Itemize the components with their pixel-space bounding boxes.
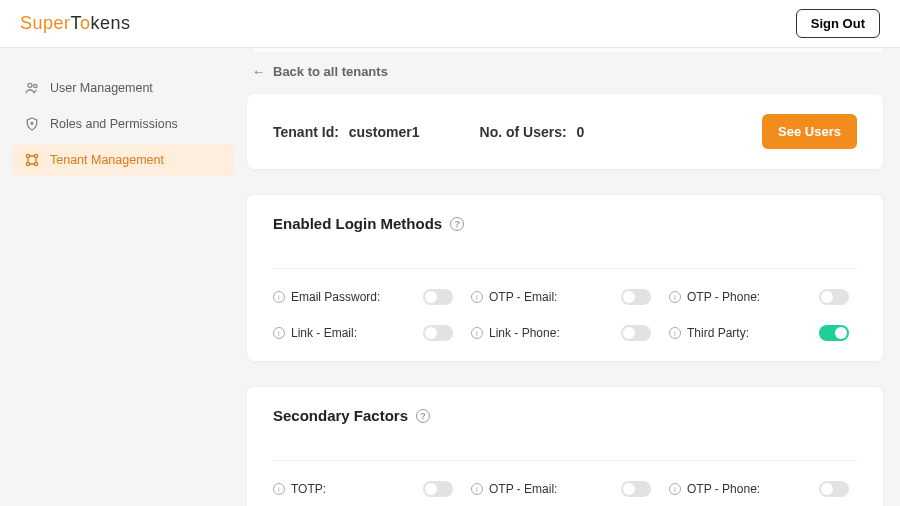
secondary-factor-row: iOTP - Email: <box>471 481 659 497</box>
login-method-label: OTP - Email: <box>489 290 557 304</box>
tenant-icon <box>24 152 40 168</box>
svg-point-5 <box>26 162 29 165</box>
app-logo: SuperTokens <box>20 13 131 34</box>
tenant-id-value: customer1 <box>349 124 420 140</box>
info-icon[interactable]: i <box>471 291 483 303</box>
svg-point-4 <box>34 154 37 157</box>
login-method-label: Link - Phone: <box>489 326 560 340</box>
sidebar-item-label: User Management <box>50 81 153 95</box>
info-icon[interactable]: i <box>273 327 285 339</box>
sidebar-item-label: Roles and Permissions <box>50 117 178 131</box>
svg-point-0 <box>28 83 32 87</box>
login-method-row: iOTP - Email: <box>471 289 659 305</box>
login-method-toggle[interactable] <box>621 325 651 341</box>
secondary-factor-row: iTOTP: <box>273 481 461 497</box>
info-icon[interactable]: i <box>669 483 681 495</box>
sidebar-item-label: Tenant Management <box>50 153 164 167</box>
login-method-toggle[interactable] <box>819 325 849 341</box>
secondary-factor-label: OTP - Phone: <box>687 482 760 496</box>
info-icon[interactable]: i <box>471 327 483 339</box>
svg-point-6 <box>34 162 37 165</box>
login-method-row: iLink - Phone: <box>471 325 659 341</box>
back-label: Back to all tenants <box>273 64 388 79</box>
login-method-row: iLink - Email: <box>273 325 461 341</box>
secondary-factor-label: TOTP: <box>291 482 326 496</box>
login-method-toggle[interactable] <box>423 325 453 341</box>
info-icon[interactable]: i <box>273 483 285 495</box>
help-icon[interactable]: ? <box>450 217 464 231</box>
svg-point-3 <box>26 154 29 157</box>
user-count-value: 0 <box>577 124 585 140</box>
info-icon[interactable]: i <box>669 291 681 303</box>
svg-point-2 <box>31 122 33 124</box>
svg-point-1 <box>34 84 37 87</box>
sign-out-button[interactable]: Sign Out <box>796 9 880 38</box>
card-ghost-edge <box>252 48 884 52</box>
secondary-factors-card: Secondary Factors ? iTOTP:iOTP - Email:i… <box>246 386 884 506</box>
login-method-row: iOTP - Phone: <box>669 289 857 305</box>
info-icon[interactable]: i <box>273 291 285 303</box>
login-method-row: iEmail Password: <box>273 289 461 305</box>
login-method-label: Link - Email: <box>291 326 357 340</box>
info-icon[interactable]: i <box>669 327 681 339</box>
shield-icon <box>24 116 40 132</box>
sidebar-item-roles[interactable]: Roles and Permissions <box>12 108 234 140</box>
secondary-factor-row: iOTP - Phone: <box>669 481 857 497</box>
secondary-factor-label: OTP - Email: <box>489 482 557 496</box>
login-method-row: iThird Party: <box>669 325 857 341</box>
secondary-factor-toggle[interactable] <box>621 481 651 497</box>
login-method-toggle[interactable] <box>621 289 651 305</box>
see-users-button[interactable]: See Users <box>762 114 857 149</box>
sidebar-item-user-management[interactable]: User Management <box>12 72 234 104</box>
users-icon <box>24 80 40 96</box>
tenant-info-card: Tenant Id: customer1 No. of Users: 0 See… <box>246 93 884 170</box>
login-method-toggle[interactable] <box>423 289 453 305</box>
info-icon[interactable]: i <box>471 483 483 495</box>
secondary-factor-toggle[interactable] <box>423 481 453 497</box>
user-count-label: No. of Users: <box>480 124 567 140</box>
login-method-label: Third Party: <box>687 326 749 340</box>
login-method-toggle[interactable] <box>819 289 849 305</box>
login-methods-title: Enabled Login Methods <box>273 215 442 232</box>
arrow-left-icon: ← <box>252 64 265 79</box>
help-icon[interactable]: ? <box>416 409 430 423</box>
secondary-factors-title: Secondary Factors <box>273 407 408 424</box>
sidebar: User Management Roles and Permissions Te… <box>0 48 246 506</box>
login-method-label: OTP - Phone: <box>687 290 760 304</box>
login-methods-card: Enabled Login Methods ? iEmail Password:… <box>246 194 884 362</box>
tenant-id-label: Tenant Id: <box>273 124 339 140</box>
login-method-label: Email Password: <box>291 290 380 304</box>
back-link[interactable]: ← Back to all tenants <box>252 64 884 79</box>
sidebar-item-tenant-management[interactable]: Tenant Management <box>12 144 234 176</box>
secondary-factor-toggle[interactable] <box>819 481 849 497</box>
